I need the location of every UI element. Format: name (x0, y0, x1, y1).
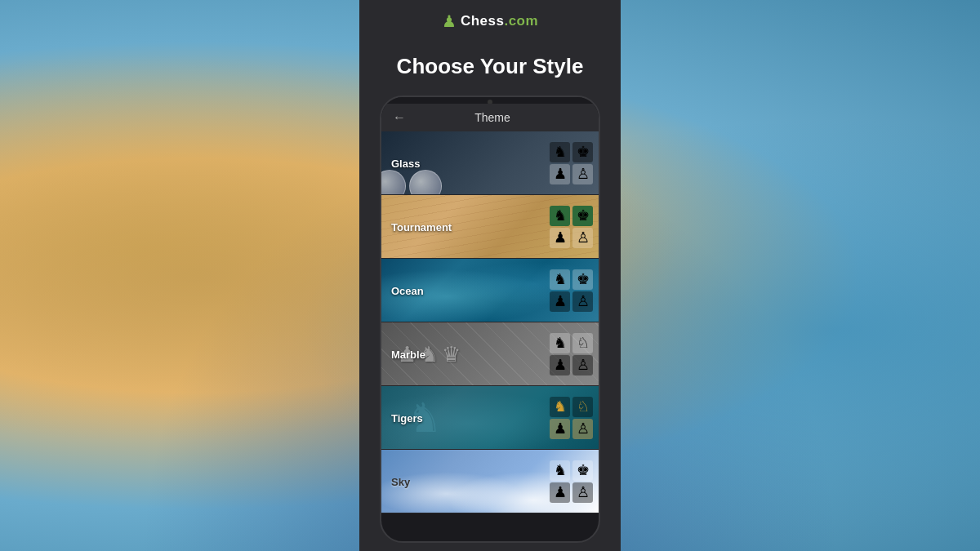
piece-white-pawn2: ♙ (572, 355, 593, 375)
tournament-label: Tournament (391, 220, 452, 233)
phone-header: ← Theme (381, 104, 599, 131)
phone-header-title: Theme (414, 111, 571, 124)
theme-item-glass[interactable]: Glass ♞ ♚ ♟ ♙ (381, 131, 599, 195)
sky-pieces: ♞ ♚ ♟ ♙ (550, 460, 594, 503)
center-panel: ♟ Chess.com Choose Your Style ← Theme (359, 0, 621, 551)
phone-mockup: ← Theme Glass ♞ ♚ ♟ ♙ (380, 96, 600, 543)
phone-notch (381, 97, 599, 104)
theme-item-tournament[interactable]: Tournament ♞ ♚ ♟ ♙ (381, 195, 599, 259)
piece-pawn: ♟ (550, 482, 570, 503)
chess-piece-icon: ♟ (442, 11, 457, 31)
glass-label: Glass (391, 157, 420, 169)
piece-pawn-light: ♙ (572, 291, 593, 312)
piece-white-knight: ♘ (572, 397, 593, 417)
piece-white-pawn: ♙ (572, 228, 593, 248)
glass-orb-2 (409, 170, 442, 195)
theme-item-tigers[interactable]: ♞ Tigers ♞ ♘ ♟ ♙ (381, 386, 599, 450)
theme-item-marble[interactable]: ♟ ♞ ♛ Marble ♞ ♘ ♟ ♙ (381, 322, 599, 386)
sky-label: Sky (391, 475, 410, 487)
marble-pieces: ♞ ♘ ♟ ♙ (550, 333, 594, 375)
top-bar: ♟ Chess.com (359, 0, 621, 39)
ocean-pieces: ♞ ♚ ♟ ♙ (550, 269, 594, 312)
marble-label: Marble (391, 348, 425, 360)
logo-name: Chess (461, 13, 505, 29)
ocean-label: Ocean (391, 284, 424, 296)
piece-white-pawn: ♙ (572, 419, 593, 439)
piece-light-pawn: ♟ (550, 164, 570, 184)
glass-orb-1 (381, 170, 406, 195)
piece-pawn: ♟ (550, 355, 570, 375)
piece-pawn: ♟ (550, 419, 570, 439)
theme-item-ocean[interactable]: Ocean ♞ ♚ ♟ ♙ (381, 259, 599, 322)
marble-bg-queen: ♛ (442, 341, 461, 367)
piece-king: ♚ (572, 269, 593, 290)
piece-dark-knight: ♞ (550, 206, 570, 226)
tournament-pieces: ♞ ♚ ♟ ♙ (550, 206, 594, 248)
glass-pieces: ♞ ♚ ♟ ♙ (550, 142, 594, 184)
piece-dark-knight: ♞ (550, 142, 570, 162)
back-button[interactable]: ← (393, 110, 406, 125)
piece-white-knight: ♘ (572, 333, 593, 353)
themes-list: Glass ♞ ♚ ♟ ♙ Tournament ♞ ♚ ♟ ♙ (381, 131, 599, 541)
logo-suffix: .com (504, 13, 538, 29)
piece-knight: ♞ (550, 333, 570, 353)
theme-item-sky[interactable]: Sky ♞ ♚ ♟ ♙ (381, 450, 599, 513)
logo-text: Chess.com (461, 13, 538, 29)
piece-knight: ♞ (550, 269, 570, 290)
chess-logo: ♟ Chess.com (442, 11, 538, 31)
piece-light-pawn: ♟ (550, 228, 570, 248)
tigers-pieces: ♞ ♘ ♟ ♙ (550, 397, 594, 439)
tigers-label: Tigers (391, 411, 423, 424)
piece-king: ♚ (572, 460, 593, 481)
piece-dark-king: ♚ (572, 142, 593, 162)
page-title: Choose Your Style (381, 54, 600, 79)
piece-pawn-dark: ♟ (550, 291, 570, 312)
piece-knight: ♞ (550, 397, 570, 417)
glass-orbs (381, 170, 442, 195)
piece-dark-king: ♚ (572, 206, 593, 226)
piece-white-pawn: ♙ (572, 482, 593, 503)
piece-knight: ♞ (550, 460, 570, 481)
piece-white-pawn: ♙ (572, 164, 593, 184)
